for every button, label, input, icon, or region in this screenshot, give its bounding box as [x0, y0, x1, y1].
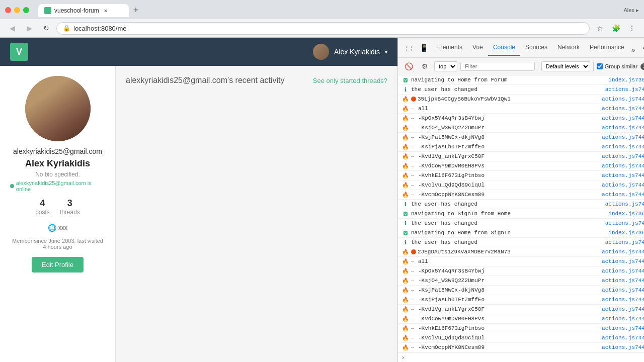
- device-toggle-button[interactable]: 📱: [417, 41, 430, 54]
- tab-sources[interactable]: Sources: [520, 40, 552, 56]
- devtools-settings-button[interactable]: ⚙: [639, 41, 644, 54]
- clear-console-button[interactable]: 🚫: [402, 60, 415, 73]
- tab-network[interactable]: Network: [552, 40, 585, 56]
- console-entry-text: -KpOx5Y4AqRr3sB4Ybwj: [418, 268, 602, 274]
- settings-icon[interactable]: ⋮: [625, 21, 639, 35]
- minimize-button[interactable]: [14, 7, 20, 13]
- default-levels-selector[interactable]: Default levels: [541, 61, 590, 71]
- maximize-button[interactable]: [23, 7, 29, 13]
- console-source-link[interactable]: actions.js744d5:215: [602, 96, 644, 102]
- console-source-link[interactable]: actions.js744d5:215: [602, 172, 644, 178]
- profile-stats: 4 posts 3 threads: [35, 198, 80, 216]
- console-source-link[interactable]: actions.js744d5:215: [602, 249, 644, 255]
- bookmark-icon[interactable]: ☆: [593, 21, 607, 35]
- console-source-link[interactable]: actions.js744d5:215: [602, 335, 644, 341]
- console-source-link[interactable]: actions.js744d5:32: [605, 86, 644, 93]
- vuex-nav-icon: V: [402, 210, 409, 217]
- console-source-link[interactable]: index.js73672:100: [608, 230, 644, 236]
- firebase-icon: [411, 249, 416, 254]
- console-source-link[interactable]: actions.js744d5:215: [602, 192, 644, 198]
- new-tab-button[interactable]: +: [129, 3, 143, 17]
- profile-link[interactable]: 🌐 xxx: [48, 224, 67, 232]
- console-source-link[interactable]: actions.js744d5:215: [602, 344, 644, 350]
- spacer-icon: —: [411, 268, 418, 274]
- address-text: localhost:8080/me: [73, 25, 127, 32]
- posts-label: posts: [35, 209, 50, 216]
- devtools-topbar: ⬚ 📱 Elements Vue Console Sources Network…: [398, 38, 644, 58]
- console-source-link[interactable]: actions.js744d5:215: [602, 163, 644, 169]
- console-entry-text: the user has changed: [411, 239, 605, 245]
- console-row: V navigating to Home from SignIn index.j…: [398, 228, 644, 238]
- console-source-link[interactable]: actions.js744d5:215: [602, 297, 644, 303]
- globe-icon: 🌐: [48, 224, 56, 232]
- console-entry-text: navigating to Home from Forum: [411, 77, 608, 83]
- user-dropdown-arrow[interactable]: ▾: [385, 49, 387, 55]
- console-row: 🔥 — all actions.js744d5:201: [398, 104, 644, 114]
- inspect-element-button[interactable]: ⬚: [402, 41, 415, 54]
- console-row: 🔥 — -KsjPat5MWCx-dkjNVg8 actions.js744d5…: [398, 286, 644, 295]
- group-similar-checkbox[interactable]: [597, 63, 603, 69]
- console-source-link[interactable]: actions.js744d5:215: [602, 153, 644, 159]
- online-text: alexkyriakidis25@gmail.com is online: [16, 180, 105, 192]
- close-button[interactable]: [5, 7, 11, 13]
- more-tabs-button[interactable]: »: [629, 44, 637, 56]
- tab-title: vueschool-forum: [54, 7, 99, 14]
- console-source-link[interactable]: actions.js744d5:215: [602, 306, 644, 312]
- console-source-link[interactable]: index.js73672:100: [608, 211, 644, 217]
- filter-input[interactable]: [460, 62, 535, 71]
- console-entry-text: -KvdlVg_ankLYgrxC50F: [418, 306, 602, 312]
- refresh-button[interactable]: ↻: [39, 21, 53, 35]
- console-entry-text: all: [418, 258, 602, 264]
- tab-close-button[interactable]: ✕: [102, 7, 109, 14]
- see-only-started-link[interactable]: See only started threads?: [313, 77, 387, 84]
- posts-stat: 4 posts: [35, 198, 50, 216]
- console-source-link[interactable]: actions.js744d5:32: [605, 201, 644, 207]
- console-source-link[interactable]: actions.js744d5:201: [602, 258, 644, 264]
- console-row: ℹ the user has changed actions.js744d5:3…: [398, 85, 644, 95]
- console-source-link[interactable]: actions.js744d5:215: [602, 125, 644, 131]
- console-source-link[interactable]: actions.js744d5:32: [605, 239, 644, 245]
- console-row: 🔥 — -KvdCowY9mDvM0EH8Pvs actions.js744d5…: [398, 314, 644, 324]
- group-similar-label[interactable]: Group similar: [597, 63, 637, 69]
- profile-bio: No bio specified.: [35, 171, 80, 178]
- console-source-link[interactable]: actions.js744d5:215: [602, 182, 644, 188]
- console-row: 🔥 — -KsjO4_W3W9Q2Z2UmuPr actions.js744d5…: [398, 123, 644, 133]
- console-source-link[interactable]: actions.js744d5:215: [602, 134, 644, 140]
- console-source-link[interactable]: actions.js744d5:215: [602, 278, 644, 284]
- console-row: V navigating to Home from Forum index.js…: [398, 75, 644, 85]
- forward-button[interactable]: ▶: [22, 21, 36, 35]
- console-source-link[interactable]: actions.js744d5:215: [602, 268, 644, 274]
- console-row: 🔥 — -KvhkEl6F673igPtnbso actions.js744d5…: [398, 324, 644, 333]
- recent-activity-header: alexkyriakidis25@gmail.com's recent acti…: [126, 76, 387, 85]
- fire-icon: 🔥: [402, 115, 409, 122]
- browser-tab[interactable]: vueschool-forum ✕: [38, 4, 129, 17]
- console-source-link[interactable]: actions.js744d5:215: [602, 144, 644, 150]
- console-entry-text: -KsjPat5MWCx-dkjNVg8: [418, 287, 602, 293]
- address-bar[interactable]: 🔒 localhost:8080/me: [56, 22, 590, 35]
- context-selector[interactable]: top: [434, 61, 457, 71]
- tab-vue[interactable]: Vue: [467, 40, 488, 56]
- console-source-link[interactable]: index.js73672:100: [608, 77, 644, 83]
- console-source-link[interactable]: actions.js744d5:215: [602, 325, 644, 331]
- console-source-link[interactable]: actions.js744d5:215: [602, 115, 644, 121]
- console-entry-text: -KpOx5Y4AqRr3sB4Ybwj: [418, 115, 602, 121]
- header-username: Alex Kyriakidis: [334, 48, 380, 56]
- console-source-link[interactable]: actions.js744d5:32: [605, 220, 644, 226]
- tab-console[interactable]: Console: [488, 40, 520, 56]
- toolbar-separator: [538, 62, 538, 71]
- console-settings-button[interactable]: ⚙: [418, 60, 431, 73]
- tab-elements[interactable]: Elements: [432, 40, 467, 56]
- console-row: ℹ the user has changed actions.js744d5:3…: [398, 238, 644, 247]
- browser-chrome: vueschool-forum ✕ + Alex ▸ ◀ ▶ ↻ 🔒 local…: [0, 0, 644, 38]
- console-entry-text: 2JEgDAUts1Z9KvaXMDBE7v2MaN73: [418, 249, 602, 255]
- console-source-link[interactable]: actions.js744d5:201: [602, 106, 644, 112]
- edit-profile-button[interactable]: Edit Profile: [32, 257, 84, 273]
- console-input-caret[interactable]: ›: [402, 354, 404, 361]
- console-source-link[interactable]: actions.js744d5:215: [602, 316, 644, 322]
- tab-performance[interactable]: Performance: [585, 40, 629, 56]
- fire-icon: 🔥: [402, 325, 409, 332]
- console-source-link[interactable]: actions.js744d5:215: [602, 287, 644, 293]
- extensions-icon[interactable]: 🧩: [609, 21, 623, 35]
- spacer-icon: —: [411, 106, 418, 112]
- back-button[interactable]: ◀: [5, 21, 19, 35]
